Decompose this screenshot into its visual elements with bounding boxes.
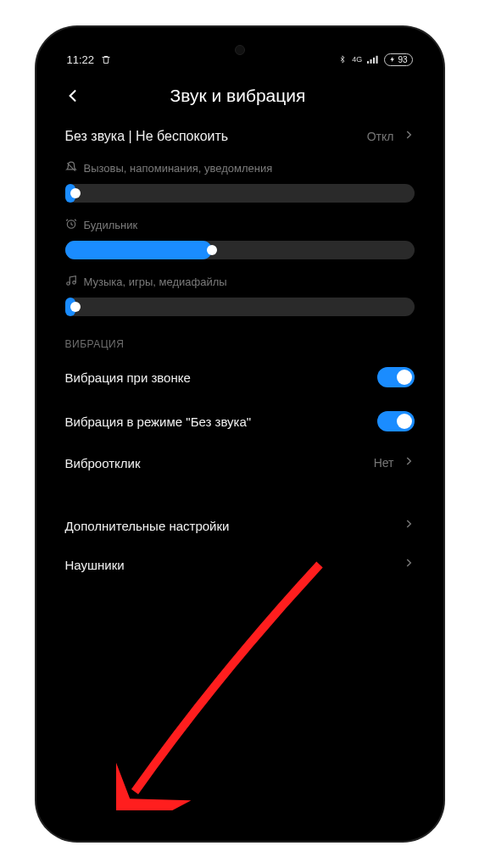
network-type: 4G — [352, 56, 362, 64]
chevron-right-icon — [403, 557, 415, 572]
page-title: Звук и вибрация — [60, 86, 416, 106]
phone-frame: 11:22 4G 93 — [36, 27, 443, 841]
vibration-feedback-value: Нет — [374, 456, 394, 470]
row-headphones[interactable]: Наушники — [65, 545, 415, 584]
section-title-vibration: ВИБРАЦИЯ — [65, 338, 415, 350]
alarm-icon — [65, 218, 77, 232]
page-header: Звук и вибрация — [48, 71, 432, 117]
row-vibration-on-call[interactable]: Вибрация при звонке — [65, 355, 415, 399]
battery-percent: 93 — [398, 55, 407, 64]
vibration-feedback-label: Виброотклик — [65, 456, 141, 470]
chevron-right-icon — [403, 455, 415, 470]
phone-screen: 11:22 4G 93 — [48, 39, 432, 829]
svg-rect-1 — [370, 59, 372, 64]
toggle-vibration-on-call[interactable] — [377, 367, 415, 387]
battery-indicator: 93 — [384, 53, 412, 66]
row-advanced-settings[interactable]: Дополнительные настройки — [65, 506, 415, 545]
music-icon — [65, 275, 77, 289]
slider-thumb[interactable] — [207, 245, 217, 255]
chevron-right-icon — [403, 518, 415, 533]
svg-point-6 — [72, 281, 75, 285]
svg-rect-0 — [367, 61, 369, 64]
svg-rect-2 — [373, 58, 375, 64]
slider-ring-section: Вызовы, напоминания, уведомления — [65, 161, 415, 203]
signal-icon — [367, 54, 379, 64]
slider-media-label: Музыка, игры, медиафайлы — [84, 275, 227, 288]
slider-media-section: Музыка, игры, медиафайлы — [65, 275, 415, 316]
slider-ring[interactable] — [65, 184, 415, 203]
toggle-vibration-silent[interactable] — [377, 411, 415, 431]
headphones-label: Наушники — [65, 558, 125, 572]
slider-thumb[interactable] — [70, 188, 81, 198]
row-dnd[interactable]: Без звука | Не беспокоить Откл — [65, 117, 415, 156]
slider-media[interactable] — [65, 298, 415, 316]
svg-point-5 — [66, 282, 70, 286]
svg-rect-3 — [376, 56, 378, 64]
advanced-settings-label: Дополнительные настройки — [65, 519, 230, 533]
vibration-on-call-label: Вибрация при звонке — [65, 370, 191, 385]
dnd-value: Откл — [367, 130, 394, 143]
slider-alarm-label: Будильник — [84, 219, 138, 231]
vibration-silent-label: Вибрация в режиме "Без звука" — [65, 415, 252, 429]
bell-off-icon — [65, 161, 77, 175]
row-vibration-silent[interactable]: Вибрация в режиме "Без звука" — [65, 399, 415, 443]
trash-icon — [101, 54, 111, 65]
display-notch — [168, 39, 312, 61]
slider-alarm[interactable] — [65, 241, 415, 259]
slider-ring-label: Вызовы, напоминания, уведомления — [84, 162, 273, 175]
slider-alarm-section: Будильник — [65, 218, 415, 259]
slider-thumb[interactable] — [70, 302, 81, 312]
annotation-arrow — [116, 556, 337, 810]
chevron-right-icon — [403, 129, 415, 144]
row-vibration-feedback[interactable]: Виброотклик Нет — [65, 443, 415, 482]
bluetooth-icon — [338, 53, 347, 65]
status-time: 11:22 — [67, 53, 95, 66]
dnd-label: Без звука | Не беспокоить — [65, 129, 229, 144]
